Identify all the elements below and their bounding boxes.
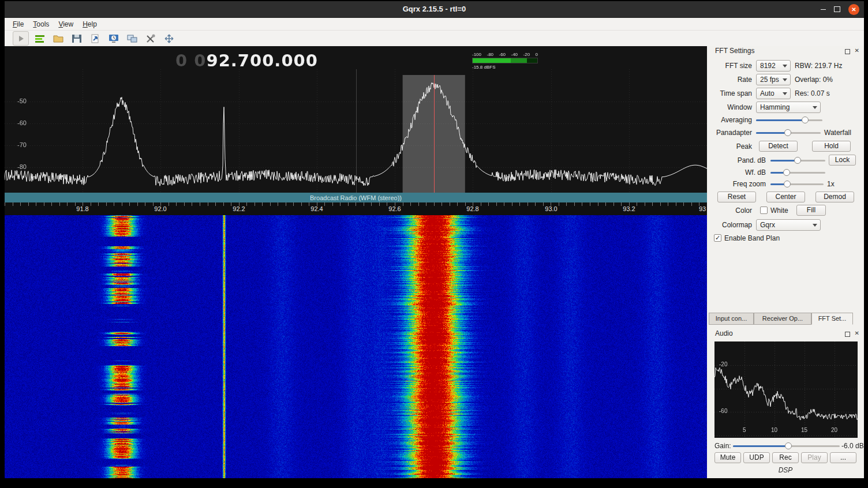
window-title: Gqrx 2.15.5 - rtl=0 bbox=[5, 1, 864, 17]
pandapter-plot[interactable]: 0 092.700.000 -100 -80 -60 -40 -20 0 -15… bbox=[5, 46, 707, 193]
audio-title: Audio bbox=[715, 329, 733, 337]
chevron-down-icon bbox=[783, 78, 787, 84]
waterfall-canvas[interactable] bbox=[5, 215, 707, 478]
more-button[interactable]: ... bbox=[830, 452, 856, 463]
rec-button[interactable]: Rec bbox=[772, 452, 799, 463]
menu-help[interactable]: Help bbox=[78, 20, 102, 29]
menubar: File Tools View Help bbox=[5, 18, 864, 31]
window-fn-select[interactable]: Hamming bbox=[756, 102, 821, 113]
frequency-scale[interactable]: 91.8 92.0 92.2 92.4 92.6 92.8 93.0 93.2 … bbox=[5, 202, 707, 215]
menu-view[interactable]: View bbox=[54, 20, 78, 29]
wf-db-slider[interactable] bbox=[770, 168, 825, 177]
bandplan-bar[interactable]: Broadcast Radio (WFM (stereo)) bbox=[5, 193, 707, 202]
pand-db-slider[interactable] bbox=[770, 156, 825, 165]
audio-fft-plot: -20 -60 5 10 15 20 bbox=[714, 341, 858, 438]
maximize-icon[interactable] bbox=[834, 6, 840, 12]
meter-tick: 0 bbox=[536, 52, 538, 57]
frequency-display[interactable]: 0 092.700.000 bbox=[175, 51, 318, 70]
tab-fft-settings[interactable]: FFT Set... bbox=[811, 313, 853, 325]
averaging-slider[interactable] bbox=[756, 115, 822, 125]
menu-file[interactable]: File bbox=[8, 20, 28, 29]
chevron-down-icon bbox=[783, 65, 787, 70]
fft-plot-canvas[interactable] bbox=[5, 46, 707, 193]
dock-float-icon[interactable] bbox=[845, 332, 850, 337]
freq-tick-label: 93.0 bbox=[545, 205, 557, 212]
gain-slider[interactable] bbox=[733, 441, 840, 451]
meter-tick: -80 bbox=[487, 52, 493, 57]
enable-band-plan-checkbox[interactable]: ✓ bbox=[714, 234, 721, 242]
meter-bar bbox=[472, 58, 538, 63]
slider-handle[interactable] bbox=[783, 169, 790, 176]
fft-size-value: 8192 bbox=[760, 62, 776, 70]
slider-handle[interactable] bbox=[784, 129, 791, 136]
dock-close-icon[interactable]: ✕ bbox=[855, 47, 859, 54]
slider-handle[interactable] bbox=[784, 181, 791, 187]
tab-input-controls[interactable]: Input con... bbox=[709, 313, 754, 325]
pandapter-split-slider[interactable] bbox=[756, 128, 821, 137]
freq-tick-label: 91.8 bbox=[76, 205, 88, 212]
audio-fft-canvas bbox=[714, 341, 858, 438]
slider-handle[interactable] bbox=[794, 157, 801, 164]
slider-handle[interactable] bbox=[802, 117, 809, 123]
dsp-label: DSP bbox=[707, 466, 864, 474]
dock-close-icon[interactable]: ✕ bbox=[855, 330, 859, 336]
wf-db-label: Wf. dB bbox=[708, 167, 766, 178]
time-span-value: Auto bbox=[760, 89, 775, 97]
freq-tick-label: 92.0 bbox=[154, 205, 166, 212]
time-span-select[interactable]: Auto bbox=[756, 88, 791, 99]
toolbar bbox=[5, 31, 864, 47]
spectrum-area: 0 092.700.000 -100 -80 -60 -40 -20 0 -15… bbox=[5, 46, 707, 478]
peak-label: Peak bbox=[708, 141, 752, 152]
record-icon[interactable] bbox=[32, 32, 47, 45]
tools-icon[interactable] bbox=[143, 32, 158, 45]
audio-db-label: -20 bbox=[719, 361, 727, 367]
slider-handle[interactable] bbox=[785, 442, 792, 449]
db-axis-label: -60 bbox=[8, 119, 27, 126]
tab-receiver-options[interactable]: Receiver Op... bbox=[754, 313, 811, 325]
export-icon[interactable] bbox=[88, 32, 103, 45]
white-checkbox[interactable] bbox=[760, 207, 768, 214]
center-button[interactable]: Center bbox=[766, 192, 805, 202]
save-file-icon[interactable] bbox=[69, 32, 84, 45]
minimize-icon[interactable] bbox=[821, 9, 826, 10]
lock-button[interactable]: Lock bbox=[829, 155, 856, 166]
freq-zoom-slider[interactable] bbox=[770, 179, 824, 189]
demod-button[interactable]: Demod bbox=[815, 192, 854, 202]
rate-label: Rate bbox=[708, 74, 752, 85]
meter-value: -15.8 dBFS bbox=[472, 65, 538, 70]
db-axis-label: -80 bbox=[8, 163, 27, 170]
start-dsp-button[interactable] bbox=[13, 31, 29, 46]
udp-button[interactable]: UDP bbox=[743, 452, 770, 463]
fft-size-select[interactable]: 8192 bbox=[756, 60, 791, 72]
open-file-icon[interactable] bbox=[51, 32, 66, 45]
peak-detect-button[interactable]: Detect bbox=[759, 141, 798, 152]
fullscreen-icon[interactable] bbox=[162, 32, 177, 45]
titlebar: Gqrx 2.15.5 - rtl=0 ✕ bbox=[5, 1, 864, 18]
gain-value: -6.0 dB bbox=[841, 440, 864, 452]
audio-freq-label: 20 bbox=[831, 427, 837, 433]
dsp-windows-icon[interactable] bbox=[125, 32, 140, 45]
remote-control-icon[interactable] bbox=[106, 32, 121, 45]
white-checkbox-label: White bbox=[770, 205, 788, 216]
chevron-down-icon bbox=[783, 92, 787, 97]
gain-label: Gain: bbox=[714, 440, 731, 452]
dock-float-icon[interactable] bbox=[845, 49, 850, 54]
reset-button[interactable]: Reset bbox=[717, 192, 756, 202]
meter-fill bbox=[473, 58, 527, 63]
peak-hold-button[interactable]: Hold bbox=[812, 141, 851, 152]
meter-tick: -60 bbox=[499, 52, 506, 57]
meter-tick: -20 bbox=[523, 52, 530, 57]
audio-freq-label: 5 bbox=[743, 427, 746, 433]
fill-button[interactable]: Fill bbox=[796, 205, 826, 216]
play-button[interactable]: Play bbox=[801, 452, 828, 463]
colormap-select[interactable]: Gqrx bbox=[756, 219, 821, 231]
freq-zoom-value: 1x bbox=[827, 178, 835, 190]
waterfall[interactable] bbox=[5, 215, 707, 478]
mute-button[interactable]: Mute bbox=[714, 452, 741, 463]
bandplan-label: Broadcast Radio (WFM (stereo)) bbox=[310, 194, 402, 201]
waterfall-label: Waterfall bbox=[824, 127, 851, 138]
fft-size-label: FFT size bbox=[708, 60, 752, 72]
rate-select[interactable]: 25 fps bbox=[756, 74, 791, 85]
close-icon[interactable]: ✕ bbox=[848, 4, 859, 15]
menu-tools[interactable]: Tools bbox=[28, 20, 54, 29]
